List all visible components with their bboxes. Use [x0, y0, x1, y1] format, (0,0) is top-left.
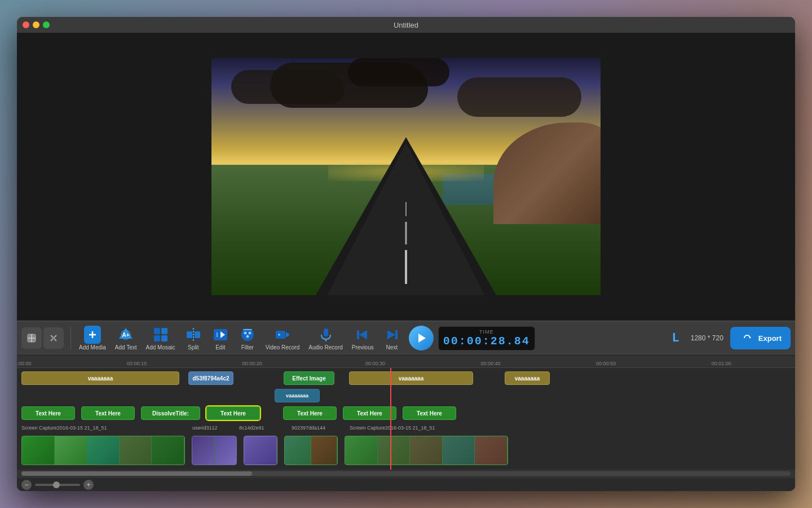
road-scene [211, 58, 601, 295]
preview-area [17, 33, 795, 321]
add-media-label: Add Media [79, 344, 106, 351]
maximize-button[interactable] [43, 21, 50, 28]
title-clip-2[interactable]: vaaaaaaa [349, 371, 473, 385]
thumb-3 [87, 436, 120, 465]
scrollbar-track[interactable] [21, 471, 791, 476]
road-line-1 [405, 250, 407, 284]
text-clip-5[interactable]: Text Here [343, 406, 396, 420]
split-icon-svg [186, 327, 201, 343]
subtitle-track-row: vaaaaaaa [21, 388, 791, 404]
text-clip-selected[interactable]: Text Here [206, 406, 260, 420]
split-label: Split [188, 344, 198, 351]
l-icon: L [672, 331, 679, 345]
thumb-8 [345, 436, 378, 465]
ruler-mark-2: 00:00:20 [242, 361, 262, 366]
previous-button[interactable]: Previous [348, 324, 377, 353]
video-clip-2[interactable] [284, 436, 338, 465]
effect-image-clip[interactable]: Effect Image [284, 371, 334, 385]
thumb-1 [22, 436, 55, 465]
title-track-row: vaaaaaaa d53f8794a4c2 Effect Image vaaaa… [21, 370, 791, 386]
toolbar-left-icons [21, 327, 64, 349]
svg-point-25 [278, 334, 280, 336]
audio-record-button[interactable]: Audio Record [305, 324, 346, 353]
close-button[interactable] [23, 21, 29, 28]
text-clip-2[interactable]: Text Here [81, 406, 135, 420]
timeline-scrollbar [17, 470, 795, 478]
video-thumbnails-purple-1 [192, 436, 236, 465]
play-button[interactable] [409, 326, 434, 351]
vaaaaaaa-sub-clip[interactable]: vaaaaaaa [275, 389, 320, 402]
title-clip-3[interactable]: vaaaaaaa [505, 371, 550, 385]
blade-tool-button[interactable] [43, 327, 64, 349]
svg-rect-22 [243, 329, 252, 330]
svg-rect-13 [187, 331, 192, 338]
text-clip-1[interactable]: Text Here [21, 406, 75, 420]
edit-icon-svg [213, 327, 228, 343]
thumb-9 [378, 436, 411, 465]
title-clip-1[interactable]: vaaaaaaa [21, 371, 179, 385]
zoom-slider[interactable] [35, 484, 80, 486]
cursor-tool-button[interactable] [21, 327, 42, 349]
zoom-out-button[interactable]: − [21, 480, 32, 490]
text-clip-4[interactable]: Text Here [283, 406, 337, 420]
dissolve-title-clip[interactable]: DissolveTitle: [141, 406, 200, 420]
video-preview [211, 58, 601, 295]
thumb-purple-1 [192, 436, 215, 465]
video-label-5: Screen Capture2016-03-15 21_18_51 [350, 425, 519, 431]
title-bar: Untitled [17, 17, 795, 33]
previous-icon [354, 326, 371, 344]
ruler-marks: 00:00:00 00:00:10 00:00:20 00:00:30 00:0… [21, 356, 791, 367]
previous-icon-svg [355, 327, 370, 343]
video-clip-3[interactable] [345, 436, 508, 465]
text-clip-6[interactable]: Text Here [403, 406, 456, 420]
thumb-2 [55, 436, 87, 465]
scrollbar-thumb[interactable] [21, 471, 252, 476]
filter-button[interactable]: Filter [235, 324, 260, 353]
next-button[interactable]: Next [379, 324, 404, 353]
video-clip-purple-1[interactable] [192, 436, 237, 465]
thumbnail-clip-1[interactable]: d53f8794a4c2 [188, 371, 233, 385]
svg-rect-28 [357, 330, 359, 339]
svg-text:A+: A+ [122, 332, 130, 338]
thumb-purple-2 [215, 436, 237, 465]
add-media-button[interactable]: Add Media [76, 324, 109, 353]
export-label: Export [758, 334, 782, 343]
thumb-purple-3 [244, 436, 277, 465]
refresh-icon [743, 334, 751, 342]
timeline-content[interactable]: vaaaaaaa d53f8794a4c2 Effect Image vaaaa… [17, 368, 795, 470]
cloud-3 [457, 77, 581, 117]
timeline-area: 00:00:00 00:00:10 00:00:20 00:00:30 00:0… [17, 356, 795, 491]
ruler-mark-4: 00:00:40 [481, 361, 501, 366]
filter-icon [239, 326, 256, 344]
split-icon [185, 326, 202, 344]
thumb-7 [311, 436, 338, 465]
zoom-slider-thumb[interactable] [53, 481, 60, 488]
edit-button[interactable]: Edit [208, 324, 233, 353]
export-button[interactable]: Export [730, 327, 791, 349]
svg-point-3 [52, 337, 55, 339]
filter-icon-svg [240, 327, 255, 343]
zoom-controls: − + [17, 478, 795, 491]
zoom-in-button[interactable]: + [83, 480, 94, 490]
thumb-12 [475, 436, 508, 465]
add-mosaic-button[interactable]: Add Mosaic [143, 324, 179, 353]
svg-point-21 [246, 335, 249, 338]
video-record-button[interactable]: Video Record [262, 324, 303, 353]
svg-marker-32 [418, 334, 426, 343]
video-clip-purple-2[interactable] [244, 436, 277, 465]
add-text-button[interactable]: A+ Add Text [112, 324, 140, 353]
svg-rect-14 [195, 331, 200, 338]
main-video-track-row [21, 435, 791, 466]
window-title: Untitled [394, 21, 418, 29]
audio-record-icon-svg [318, 327, 334, 343]
previous-label: Previous [352, 344, 374, 351]
play-icon [416, 332, 427, 344]
ruler-mark-6: 00:01:00 [712, 361, 731, 366]
thumb-4 [120, 436, 152, 465]
video-record-label: Video Record [266, 344, 299, 351]
split-button[interactable]: Split [181, 324, 206, 353]
video-record-icon-svg [275, 327, 290, 343]
video-clip-1[interactable] [21, 436, 185, 465]
minimize-button[interactable] [33, 21, 39, 28]
audio-record-icon [317, 326, 334, 344]
